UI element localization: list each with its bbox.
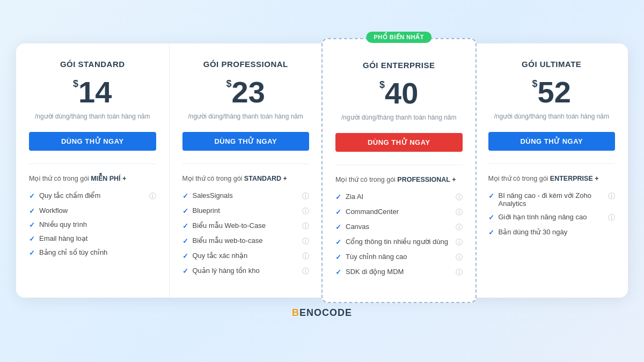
price-desc-ultimate: /người dùng/tháng thanh toán hàng năm: [488, 112, 616, 121]
plan-card-ultimate: GÓI ULTIMATE $52 /người dùng/tháng thanh…: [475, 43, 628, 298]
feature-item-standard-0: ✓ Quy tắc chấm điểm ⓘ: [29, 191, 156, 201]
info-icon-professional-0[interactable]: ⓘ: [302, 191, 309, 201]
feature-item-enterprise-3: ✓ Cổng thông tin nhiều người dùng ⓘ: [335, 238, 463, 247]
info-icon-enterprise-0[interactable]: ⓘ: [456, 193, 463, 202]
price-desc-standard: /người dùng/tháng thanh toán hàng năm: [29, 112, 156, 121]
info-icon-ultimate-1[interactable]: ⓘ: [608, 213, 615, 223]
feature-text-professional-3: Biểu mẫu web-to-case: [193, 237, 298, 245]
feature-text-standard-1: Workflow: [39, 206, 156, 215]
feature-text-ultimate-1: Giới hạn tính năng nâng cao: [499, 213, 604, 221]
price-block-ultimate: $52: [488, 77, 616, 107]
feature-text-professional-0: SalesSignals: [193, 191, 298, 200]
price-block-professional: $23: [182, 77, 310, 107]
divider-professional: [182, 164, 310, 164]
feature-item-professional-4: ✓ Quy tắc xác nhận ⓘ: [182, 252, 310, 261]
info-icon-professional-5[interactable]: ⓘ: [302, 267, 309, 276]
check-icon-enterprise-2: ✓: [335, 223, 341, 231]
check-icon-professional-5: ✓: [182, 267, 188, 275]
feature-text-standard-3: Email hàng loạt: [39, 234, 156, 242]
price-number-ultimate: 52: [538, 75, 571, 109]
feature-item-enterprise-2: ✓ Canvas ⓘ: [335, 223, 463, 232]
feature-item-standard-4: ✓ Bảng chỉ số tùy chỉnh: [29, 248, 156, 257]
feature-text-ultimate-0: BI nâng cao - đi kèm với Zoho Analytics: [499, 191, 604, 208]
cta-button-enterprise[interactable]: DÙNG THỬ NGAY: [335, 133, 463, 152]
info-icon-enterprise-2[interactable]: ⓘ: [456, 223, 463, 232]
includes-text-professional: Mọi thứ có trong gói STANDARD +: [182, 174, 310, 184]
divider-standard: [29, 164, 156, 164]
check-icon-professional-4: ✓: [182, 252, 188, 260]
feature-item-standard-1: ✓ Workflow: [29, 206, 156, 215]
plan-name-professional: GÓI PROFESSIONAL: [182, 60, 310, 69]
includes-text-standard: Mọi thứ có trong gói MIỄN PHÍ +: [29, 174, 156, 184]
info-icon-professional-2[interactable]: ⓘ: [302, 221, 309, 231]
feature-item-enterprise-5: ✓ SDK di động MDM ⓘ: [335, 268, 463, 277]
feature-text-enterprise-4: Tùy chỉnh nâng cao: [346, 253, 451, 261]
price-number-professional: 23: [232, 75, 265, 109]
check-icon-professional-2: ✓: [182, 222, 188, 230]
cta-button-ultimate[interactable]: DÙNG THỬ NGAY: [488, 132, 616, 151]
check-icon-ultimate-0: ✓: [488, 192, 494, 200]
price-desc-professional: /người dùng/tháng thanh toán hàng năm: [182, 112, 310, 121]
footer-brand: BENOCODE: [292, 307, 352, 319]
check-icon-standard-3: ✓: [29, 235, 35, 243]
feature-text-standard-2: Nhiều quy trình: [39, 220, 156, 228]
check-icon-professional-0: ✓: [182, 192, 188, 200]
price-desc-enterprise: /người dùng/tháng thanh toán hàng năm: [335, 113, 463, 122]
feature-text-enterprise-5: SDK di động MDM: [346, 268, 451, 276]
feature-item-enterprise-4: ✓ Tùy chỉnh nâng cao ⓘ: [335, 253, 463, 262]
feature-item-professional-1: ✓ Blueprint ⓘ: [182, 206, 310, 216]
feature-item-professional-5: ✓ Quản lý hàng tồn kho ⓘ: [182, 267, 310, 276]
includes-text-ultimate: Mọi thứ có trong gói ENTERPRISE +: [488, 174, 616, 184]
info-icon-professional-3[interactable]: ⓘ: [302, 237, 309, 246]
feature-item-ultimate-2: ✓ Bản dùng thử 30 ngày: [488, 228, 616, 237]
price-block-enterprise: $40: [335, 78, 463, 108]
feature-text-professional-2: Biểu mẫu Web-to-Case: [193, 221, 298, 230]
info-icon-ultimate-0[interactable]: ⓘ: [608, 191, 615, 201]
feature-list-professional: ✓ SalesSignals ⓘ ✓ Blueprint ⓘ ✓ Biểu mẫ…: [182, 191, 310, 276]
info-icon-standard-0[interactable]: ⓘ: [149, 191, 156, 201]
plan-name-standard: GÓI STANDARD: [29, 60, 156, 69]
feature-text-enterprise-2: Canvas: [346, 223, 451, 231]
info-icon-professional-4[interactable]: ⓘ: [302, 252, 309, 261]
feature-text-enterprise-0: Zia AI: [346, 193, 451, 201]
brand-accent: B: [292, 307, 299, 318]
feature-item-professional-3: ✓ Biểu mẫu web-to-case ⓘ: [182, 237, 310, 246]
feature-item-ultimate-0: ✓ BI nâng cao - đi kèm với Zoho Analytic…: [488, 191, 616, 208]
feature-item-ultimate-1: ✓ Giới hạn tính năng nâng cao ⓘ: [488, 213, 616, 223]
info-icon-enterprise-1[interactable]: ⓘ: [456, 208, 463, 217]
info-icon-enterprise-3[interactable]: ⓘ: [456, 238, 463, 247]
cta-button-professional[interactable]: DÙNG THỬ NGAY: [182, 132, 310, 151]
plan-name-enterprise: GÓI ENTERPRISE: [335, 61, 463, 70]
price-number-standard: 14: [78, 75, 112, 109]
cta-button-standard[interactable]: DÙNG THỬ NGAY: [29, 132, 156, 151]
check-icon-enterprise-0: ✓: [335, 193, 341, 201]
feature-list-enterprise: ✓ Zia AI ⓘ ✓ CommandCenter ⓘ ✓ Canvas ⓘ …: [335, 193, 463, 277]
pricing-container: GÓI STANDARD $14 /người dùng/tháng thanh…: [16, 43, 628, 298]
feature-item-standard-2: ✓ Nhiều quy trình: [29, 220, 156, 229]
info-icon-enterprise-5[interactable]: ⓘ: [456, 268, 463, 277]
feature-text-enterprise-3: Cổng thông tin nhiều người dùng: [346, 238, 451, 246]
feature-text-enterprise-1: CommandCenter: [346, 208, 451, 216]
feature-text-professional-5: Quản lý hàng tồn kho: [193, 267, 298, 275]
feature-list-standard: ✓ Quy tắc chấm điểm ⓘ ✓ Workflow ✓ Nhiều…: [29, 191, 156, 257]
plan-card-standard: GÓI STANDARD $14 /người dùng/tháng thanh…: [16, 43, 170, 298]
info-icon-enterprise-4[interactable]: ⓘ: [456, 253, 463, 262]
feature-text-professional-4: Quy tắc xác nhận: [193, 252, 298, 260]
feature-item-enterprise-0: ✓ Zia AI ⓘ: [335, 193, 463, 202]
info-icon-professional-1[interactable]: ⓘ: [302, 206, 309, 216]
feature-item-professional-2: ✓ Biểu mẫu Web-to-Case ⓘ: [182, 221, 310, 231]
divider-ultimate: [488, 164, 616, 164]
includes-text-enterprise: Mọi thứ có trong gói PROFESSIONAL +: [335, 175, 463, 185]
feature-item-enterprise-1: ✓ CommandCenter ⓘ: [335, 208, 463, 217]
price-dollar-professional: $: [226, 78, 232, 89]
check-icon-standard-0: ✓: [29, 192, 35, 200]
check-icon-enterprise-5: ✓: [335, 268, 341, 276]
plan-card-enterprise: PHỔ BIẾN NHẤT GÓI ENTERPRISE $40 /người …: [321, 38, 477, 303]
check-icon-enterprise-4: ✓: [335, 253, 341, 261]
price-block-standard: $14: [29, 77, 156, 107]
feature-item-standard-3: ✓ Email hàng loạt: [29, 234, 156, 243]
feature-list-ultimate: ✓ BI nâng cao - đi kèm với Zoho Analytic…: [488, 191, 616, 237]
check-icon-standard-4: ✓: [29, 249, 35, 257]
plan-card-professional: GÓI PROFESSIONAL $23 /người dùng/tháng t…: [170, 43, 323, 298]
price-dollar-standard: $: [73, 78, 78, 89]
